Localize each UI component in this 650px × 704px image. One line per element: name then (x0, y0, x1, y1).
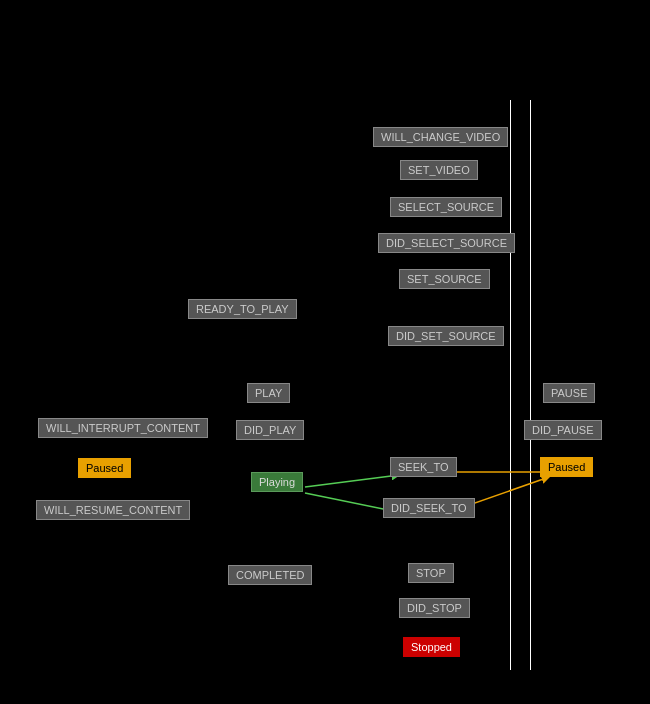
svg-line-0 (305, 475, 399, 487)
will-interrupt-node: WILL_INTERRUPT_CONTENT (38, 418, 208, 438)
did-seek-to-node: DID_SEEK_TO (383, 498, 475, 518)
paused-left-node: Paused (78, 458, 131, 478)
state-diagram: WILL_CHANGE_VIDEO SET_VIDEO SELECT_SOURC… (0, 0, 650, 704)
did-pause-node: DID_PAUSE (524, 420, 602, 440)
did-stop-node: DID_STOP (399, 598, 470, 618)
stop-node: STOP (408, 563, 454, 583)
arrows-svg (0, 0, 650, 704)
did-set-source-node: DID_SET_SOURCE (388, 326, 504, 346)
set-source-node: SET_SOURCE (399, 269, 490, 289)
playing-node: Playing (251, 472, 303, 492)
vertical-line-2 (530, 100, 531, 670)
stopped-node: Stopped (403, 637, 460, 657)
paused-right-node: Paused (540, 457, 593, 477)
play-node: PLAY (247, 383, 290, 403)
select-source-node: SELECT_SOURCE (390, 197, 502, 217)
set-video-node: SET_VIDEO (400, 160, 478, 180)
seek-to-node: SEEK_TO (390, 457, 457, 477)
did-select-source-node: DID_SELECT_SOURCE (378, 233, 515, 253)
did-play-node: DID_PLAY (236, 420, 304, 440)
vertical-line-1 (510, 100, 511, 670)
pause-node: PAUSE (543, 383, 595, 403)
completed-node: COMPLETED (228, 565, 312, 585)
will-resume-node: WILL_RESUME_CONTENT (36, 500, 190, 520)
ready-to-play-node: READY_TO_PLAY (188, 299, 297, 319)
will-change-video-node: WILL_CHANGE_VIDEO (373, 127, 508, 147)
svg-line-1 (305, 493, 393, 511)
